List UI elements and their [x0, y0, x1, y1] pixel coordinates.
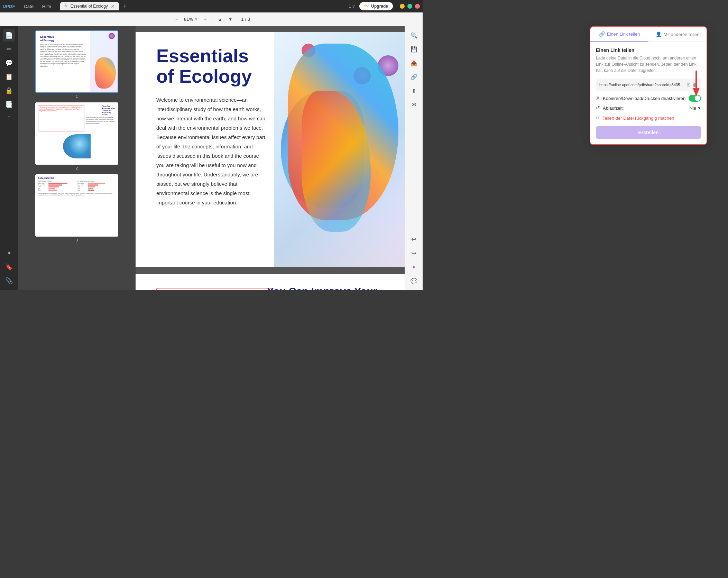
- right-undo-icon[interactable]: ↩: [408, 233, 420, 246]
- right-save-icon[interactable]: 💾: [408, 43, 420, 55]
- minimize-button[interactable]: [400, 4, 405, 9]
- zoom-level: 81%: [184, 17, 193, 22]
- maximize-button[interactable]: [407, 4, 412, 9]
- thumbnail-3[interactable]: DATA ANALYSIS Total Ecological Footprint…: [21, 174, 133, 242]
- thumb1-title: Essentialsof Ecology: [38, 33, 88, 43]
- zoom-dropdown-icon[interactable]: ▼: [194, 17, 198, 21]
- thumb3-data-title: DATA ANALYSIS: [38, 177, 116, 179]
- page1-body: Welcome to environmental science—an inte…: [156, 95, 267, 207]
- pages-indicator[interactable]: 1 ∨: [349, 4, 355, 9]
- titlebar-right: 1 ∨ 〰 Upgrade: [349, 2, 420, 10]
- sidebar-icon-ocr[interactable]: T: [3, 112, 15, 125]
- thumb3-footer: Natural capital use and degradation. tot…: [38, 193, 116, 196]
- thumb-page-2[interactable]: Students who can begin early in their li…: [35, 102, 118, 165]
- sidebar-icon-edit[interactable]: ✏: [3, 43, 15, 55]
- add-tab-button[interactable]: +: [123, 3, 127, 10]
- page-navigation: ▲ ▼: [215, 16, 235, 23]
- thumb3-bars: Total Ecological Footprint United States…: [38, 181, 116, 191]
- menu-hilfe[interactable]: Hilfe: [39, 2, 55, 10]
- right-export-icon[interactable]: 📤: [408, 57, 420, 69]
- right-ai-icon[interactable]: ✦: [408, 261, 420, 273]
- thumb2-title: You Can Improve Your Study and Learning …: [102, 105, 116, 116]
- upgrade-label: Upgrade: [371, 4, 388, 9]
- thumbnail-2[interactable]: Students who can begin early in their li…: [21, 102, 133, 170]
- parrot-background: [274, 32, 405, 267]
- page2-title: You Can Improve Your Study and Learning …: [267, 284, 391, 290]
- nav-up-button[interactable]: ▲: [215, 16, 225, 23]
- page1-content: Essentials of Ecology Welcome to environ…: [136, 32, 288, 221]
- right-redo-icon[interactable]: ↪: [408, 247, 420, 259]
- tab-title: Essential of Ecology: [71, 4, 108, 9]
- thumb-num-1: 1: [76, 94, 78, 98]
- sidebar-icon-form[interactable]: 📋: [3, 71, 15, 83]
- parrot-image: [274, 32, 405, 267]
- toolbar: − 81% ▼ + ▲ ▼ 1 / 3: [0, 12, 423, 26]
- sidebar-icon-document[interactable]: 📄: [3, 29, 15, 42]
- window-controls: [400, 4, 420, 9]
- upgrade-icon: 〰: [364, 3, 369, 9]
- toolbar-divider-2: [238, 16, 238, 23]
- app-logo: UPDF: [3, 4, 15, 9]
- right-sidebar: 🔍 💾 📤 🔗 ⬆ ✉ ↩ ↪ ✦ 💬: [405, 26, 423, 290]
- thumb2-body: What could be more important than learni…: [86, 117, 116, 124]
- zoom-in-button[interactable]: +: [201, 15, 209, 24]
- thumb1-body: Welcome to environmental science—an inte…: [38, 43, 88, 69]
- sidebar-icon-protect[interactable]: 🔒: [3, 84, 15, 97]
- right-upload-icon[interactable]: ⬆: [408, 84, 420, 97]
- thumb2-quote: Students who can begin early in their li…: [38, 105, 84, 131]
- left-sidebar: 📄 ✏ 💬 📋 🔒 📑 T ✦ 🔖 📎: [0, 26, 18, 290]
- tab-close-button[interactable]: ✕: [111, 3, 115, 9]
- page1-title: Essentials of Ecology: [156, 46, 267, 87]
- menu-bar: Datei Hilfe: [20, 2, 54, 10]
- thumb-page-3[interactable]: DATA ANALYSIS Total Ecological Footprint…: [35, 174, 118, 237]
- page-counter: 1 / 3: [241, 17, 250, 22]
- right-comment-icon[interactable]: 💬: [408, 275, 420, 287]
- right-email-icon[interactable]: ✉: [408, 98, 420, 111]
- thumb-page-1[interactable]: Essentialsof Ecology Welcome to environm…: [35, 30, 118, 93]
- page-current: 1: [241, 17, 243, 22]
- zoom-control: 81% ▼: [184, 17, 198, 22]
- sidebar-icon-bookmark[interactable]: 🔖: [3, 261, 15, 273]
- thumb-num-2: 2: [76, 166, 78, 170]
- sidebar-icon-annotate[interactable]: 💬: [3, 57, 15, 69]
- main-layout: 📄 ✏ 💬 📋 🔒 📑 T ✦ 🔖 📎 Essentialsof Ecology…: [0, 26, 423, 290]
- upgrade-button[interactable]: 〰 Upgrade: [359, 2, 393, 10]
- titlebar: UPDF Datei Hilfe ✎ Essential of Ecology …: [0, 0, 423, 12]
- pdf-page-2: Students who can begin early in their li…: [136, 274, 405, 290]
- sidebar-icon-organize[interactable]: 📑: [3, 98, 15, 111]
- thumb3-content: DATA ANALYSIS Total Ecological Footprint…: [36, 175, 118, 198]
- toolbar-divider-1: [212, 16, 212, 23]
- sidebar-icon-ai[interactable]: ✦: [3, 247, 15, 259]
- page-total: 3: [248, 17, 250, 22]
- thumbnail-1[interactable]: Essentialsof Ecology Welcome to environm…: [21, 30, 133, 98]
- thumbnail-panel: Essentialsof Ecology Welcome to environm…: [18, 26, 136, 290]
- nav-down-button[interactable]: ▼: [225, 16, 235, 23]
- sidebar-icon-attachment[interactable]: 📎: [3, 275, 15, 287]
- menu-datei[interactable]: Datei: [20, 2, 38, 10]
- thumb-num-3: 3: [76, 238, 78, 242]
- right-share-icon[interactable]: 🔗: [408, 71, 420, 83]
- pdf-content-area[interactable]: 🔗 Einen Link teilen 👤 Mit anderen teilen…: [136, 26, 405, 290]
- tab-edit-icon: ✎: [64, 4, 68, 9]
- document-tab[interactable]: ✎ Essential of Ecology ✕: [60, 2, 119, 10]
- zoom-out-button[interactable]: −: [173, 15, 181, 24]
- pdf-page-1: Essentials of Ecology Welcome to environ…: [136, 32, 405, 267]
- thumb2-content: Students who can begin early in their li…: [36, 103, 118, 160]
- close-button[interactable]: [415, 4, 420, 9]
- right-search-icon[interactable]: 🔍: [408, 29, 420, 42]
